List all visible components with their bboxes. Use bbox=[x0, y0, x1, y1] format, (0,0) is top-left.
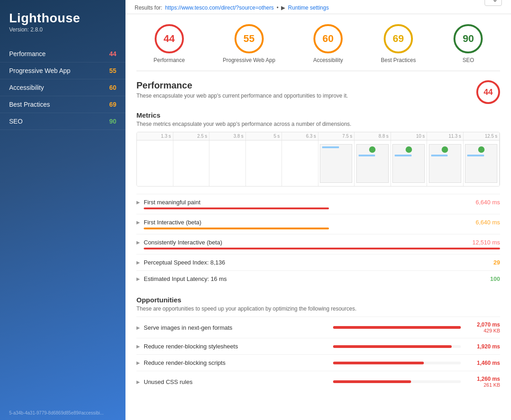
metric-expand-icon[interactable]: ▶ bbox=[136, 260, 140, 265]
timeline-frame-8 bbox=[427, 140, 464, 186]
sidebar-nav-label: Performance bbox=[9, 50, 46, 57]
opp-expand-icon[interactable]: ▶ bbox=[136, 325, 140, 330]
timeline-ruler: 1.3 s2.5 s3.8 s5 s6.3 s7.5 s8.8 s10 s11.… bbox=[137, 132, 500, 140]
opportunities-section: Opportunities These are opportunities to… bbox=[136, 296, 500, 392]
metric-item: ▶ First meaningful paint 6,640 ms bbox=[136, 194, 500, 214]
results-for-label: Results for: bbox=[135, 5, 162, 11]
timeline-frame-5 bbox=[318, 140, 355, 186]
opportunity-item: ▶ Reduce render-blocking scripts 1,460 m… bbox=[136, 354, 500, 371]
opp-name: Unused CSS rules bbox=[144, 379, 329, 385]
sidebar-version: Version: 2.8.0 bbox=[9, 26, 116, 33]
sidebar-nav-score: 90 bbox=[109, 118, 116, 125]
sidebar: Lighthouse Version: 2.8.0 Performance 44… bbox=[0, 0, 125, 420]
sidebar-item-accessibility[interactable]: Accessibility 60 bbox=[0, 79, 125, 96]
sidebar-nav-label: SEO bbox=[9, 118, 23, 125]
opportunity-item: ▶ Serve images in next-gen formats 2,070… bbox=[136, 316, 500, 338]
score-circle: 60 bbox=[313, 24, 343, 53]
opportunity-item: ▶ Reduce render-blocking stylesheets 1,9… bbox=[136, 338, 500, 354]
opp-name: Serve images in next-gen formats bbox=[144, 324, 329, 331]
score-circle: 69 bbox=[384, 24, 413, 53]
opp-bar-container bbox=[333, 362, 461, 364]
runtime-play-icon: ▶ bbox=[281, 5, 285, 11]
sidebar-item-performance[interactable]: Performance 44 bbox=[0, 46, 125, 62]
metric-bar bbox=[144, 207, 329, 209]
metric-expand-icon[interactable]: ▶ bbox=[136, 240, 140, 245]
share-button[interactable] bbox=[485, 0, 502, 6]
opp-bar-container bbox=[333, 326, 461, 329]
timeline-frame-2 bbox=[209, 140, 246, 186]
sidebar-nav: Performance 44 Progressive Web App 55 Ac… bbox=[0, 46, 125, 406]
timeline-tick: 11.3 s bbox=[427, 132, 464, 140]
timeline-frame-3 bbox=[246, 140, 282, 186]
score-card-best-practices[interactable]: 69 Best Practices bbox=[376, 21, 421, 66]
timeline-tick: 10 s bbox=[391, 132, 428, 140]
sidebar-nav-score: 60 bbox=[109, 84, 116, 91]
metric-expand-icon[interactable]: ▶ bbox=[136, 220, 140, 225]
opp-bar bbox=[333, 362, 424, 364]
sidebar-nav-score: 55 bbox=[109, 67, 116, 74]
sidebar-nav-label: Best Practices bbox=[9, 101, 50, 108]
score-card-performance[interactable]: 44 Performance bbox=[149, 21, 190, 66]
timeline-frames bbox=[137, 140, 500, 186]
opportunity-item: ▶ Unused CSS rules 1,260 ms 261 KB bbox=[136, 371, 500, 392]
metric-bar-container bbox=[144, 228, 500, 229]
score-circle: 90 bbox=[454, 24, 483, 53]
timeline-frame-9 bbox=[464, 140, 500, 186]
metric-value: 12,510 ms bbox=[472, 239, 500, 246]
opp-bar bbox=[333, 380, 411, 383]
main-content: Results for: https://www.tesco.com/direc… bbox=[125, 0, 511, 420]
sidebar-bottom: 5-a34b-4a31-9779-8d6869d85e89#accessibi.… bbox=[0, 406, 125, 420]
timeline-tick: 12.5 s bbox=[464, 132, 500, 140]
topbar-url[interactable]: https://www.tesco.com/direct/?source=oth… bbox=[165, 5, 274, 11]
opportunities-desc: These are opportunities to speed up your… bbox=[136, 306, 500, 312]
topbar-dot: • bbox=[276, 5, 278, 11]
timeline-container: 1.3 s2.5 s3.8 s5 s6.3 s7.5 s8.8 s10 s11.… bbox=[136, 132, 500, 187]
opp-expand-icon[interactable]: ▶ bbox=[136, 344, 140, 349]
opp-bar-container bbox=[333, 345, 461, 348]
sidebar-nav-label: Progressive Web App bbox=[9, 67, 70, 74]
opp-name: Reduce render-blocking stylesheets bbox=[144, 343, 329, 350]
opportunities-title: Opportunities bbox=[136, 296, 500, 304]
score-card-seo[interactable]: 90 SEO bbox=[449, 21, 487, 66]
topbar-meta: Results for: https://www.tesco.com/direc… bbox=[135, 5, 485, 11]
svg-point-2 bbox=[494, 0, 496, 1]
opp-value: 1,920 ms bbox=[468, 343, 500, 350]
opp-bar bbox=[333, 345, 452, 348]
sidebar-item-seo[interactable]: SEO 90 bbox=[0, 113, 125, 130]
runtime-settings-link[interactable]: Runtime settings bbox=[288, 5, 328, 11]
metric-bar-container bbox=[144, 248, 500, 249]
metric-expand-icon[interactable]: ▶ bbox=[136, 200, 140, 205]
performance-section-header: Performance These encapsulate your web a… bbox=[136, 80, 500, 104]
sidebar-item-progressive-web-app[interactable]: Progressive Web App 55 bbox=[0, 62, 125, 79]
score-card-label: Accessibility bbox=[313, 57, 343, 63]
metric-bar-container bbox=[144, 207, 500, 209]
metric-bar bbox=[144, 228, 329, 229]
score-card-label: SEO bbox=[463, 57, 474, 63]
sidebar-item-best-practices[interactable]: Best Practices 69 bbox=[0, 96, 125, 113]
score-card-accessibility[interactable]: 60 Accessibility bbox=[308, 21, 347, 66]
metric-value: 6,640 ms bbox=[476, 219, 500, 226]
metric-items-list: ▶ First meaningful paint 6,640 ms ▶ Firs… bbox=[136, 194, 500, 287]
sidebar-nav-label: Accessibility bbox=[9, 84, 44, 91]
sidebar-nav-score: 69 bbox=[109, 101, 116, 108]
score-circle: 55 bbox=[235, 24, 264, 53]
opp-name: Reduce render-blocking scripts bbox=[144, 359, 329, 366]
timeline-frame-0 bbox=[137, 140, 173, 186]
sidebar-title: Lighthouse bbox=[9, 11, 116, 26]
score-card-label: Best Practices bbox=[381, 57, 416, 63]
opp-expand-icon[interactable]: ▶ bbox=[136, 379, 140, 384]
metric-score: 29 bbox=[494, 259, 500, 266]
metric-expand-icon[interactable]: ▶ bbox=[136, 276, 140, 281]
score-card-label: Progressive Web App bbox=[223, 57, 275, 63]
opp-expand-icon[interactable]: ▶ bbox=[136, 360, 140, 365]
score-card-progressive-web-app[interactable]: 55 Progressive Web App bbox=[218, 21, 280, 66]
sidebar-header: Lighthouse Version: 2.8.0 bbox=[0, 0, 125, 41]
timeline-frame-4 bbox=[282, 140, 318, 186]
opp-bar bbox=[333, 326, 461, 329]
timeline-tick: 8.8 s bbox=[355, 132, 391, 140]
metrics-desc: These metrics encapsulate your web app's… bbox=[136, 121, 500, 127]
opp-value: 1,260 ms bbox=[468, 376, 500, 382]
timeline-tick: 1.3 s bbox=[137, 132, 173, 140]
metrics-section: Metrics These metrics encapsulate your w… bbox=[136, 111, 500, 287]
sidebar-nav-score: 44 bbox=[109, 50, 116, 57]
